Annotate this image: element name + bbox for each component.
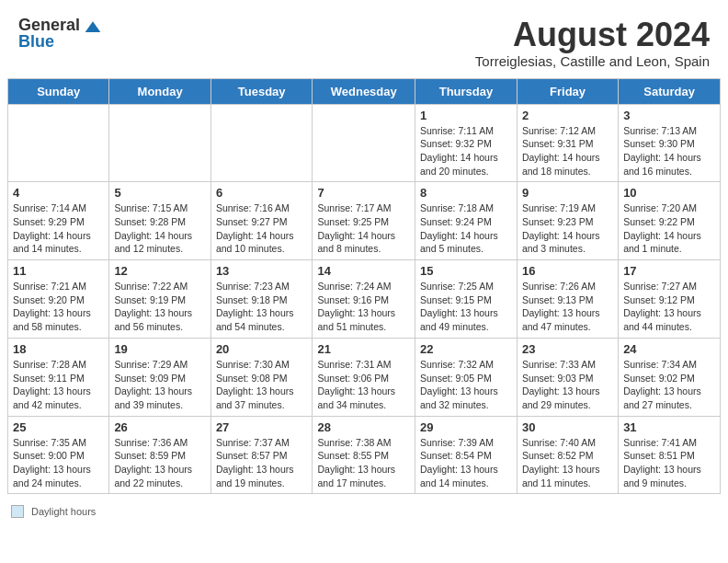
weekday-header-sunday: Sunday: [8, 78, 109, 104]
day-info: Sunrise: 7:41 AM Sunset: 8:51 PM Dayligh…: [623, 436, 715, 490]
day-info: Sunrise: 7:15 AM Sunset: 9:28 PM Dayligh…: [114, 201, 205, 256]
day-info: Sunrise: 7:32 AM Sunset: 9:05 PM Dayligh…: [420, 358, 512, 412]
day-info: Sunrise: 7:35 AM Sunset: 9:00 PM Dayligh…: [13, 436, 104, 490]
day-info: Sunrise: 7:24 AM Sunset: 9:16 PM Dayligh…: [317, 280, 410, 334]
calendar-day-cell: [8, 104, 109, 182]
day-info: Sunrise: 7:14 AM Sunset: 9:29 PM Dayligh…: [13, 201, 104, 256]
day-number: 11: [13, 264, 104, 278]
svg-marker-0: [85, 21, 101, 32]
day-info: Sunrise: 7:36 AM Sunset: 8:59 PM Dayligh…: [114, 436, 205, 490]
calendar-day-cell: 1Sunrise: 7:11 AM Sunset: 9:32 PM Daylig…: [415, 104, 518, 182]
calendar-week-4: 18Sunrise: 7:28 AM Sunset: 9:11 PM Dayli…: [8, 338, 721, 416]
logo-general-text: General: [18, 17, 80, 33]
weekday-header-friday: Friday: [517, 78, 618, 104]
day-info: Sunrise: 7:29 AM Sunset: 9:09 PM Dayligh…: [114, 358, 205, 412]
calendar-day-cell: 21Sunrise: 7:31 AM Sunset: 9:06 PM Dayli…: [313, 338, 415, 416]
day-number: 25: [13, 420, 104, 434]
day-number: 16: [522, 264, 613, 278]
day-number: 15: [420, 264, 512, 278]
day-number: 13: [216, 264, 308, 278]
day-number: 7: [317, 186, 410, 200]
weekday-header-wednesday: Wednesday: [313, 78, 415, 104]
calendar-day-cell: 28Sunrise: 7:38 AM Sunset: 8:55 PM Dayli…: [313, 416, 415, 494]
day-number: 20: [216, 342, 308, 356]
day-info: Sunrise: 7:38 AM Sunset: 8:55 PM Dayligh…: [317, 436, 410, 490]
day-number: 23: [522, 342, 613, 356]
calendar-day-cell: 19Sunrise: 7:29 AM Sunset: 9:09 PM Dayli…: [109, 338, 210, 416]
day-number: 17: [623, 264, 715, 278]
calendar-day-cell: 24Sunrise: 7:34 AM Sunset: 9:02 PM Dayli…: [619, 338, 721, 416]
weekday-header-monday: Monday: [109, 78, 210, 104]
footer-note: Daylight hours: [0, 501, 728, 523]
day-number: 21: [317, 342, 410, 356]
day-number: 12: [114, 264, 205, 278]
calendar-day-cell: 27Sunrise: 7:37 AM Sunset: 8:57 PM Dayli…: [210, 416, 313, 494]
calendar-day-cell: [313, 104, 415, 182]
day-number: 6: [216, 186, 308, 200]
day-info: Sunrise: 7:27 AM Sunset: 9:12 PM Dayligh…: [623, 280, 715, 334]
day-number: 9: [522, 186, 613, 200]
calendar-day-cell: 6Sunrise: 7:16 AM Sunset: 9:27 PM Daylig…: [210, 182, 313, 260]
calendar-day-cell: 15Sunrise: 7:25 AM Sunset: 9:15 PM Dayli…: [415, 260, 518, 339]
day-info: Sunrise: 7:25 AM Sunset: 9:15 PM Dayligh…: [420, 280, 512, 334]
calendar-day-cell: 23Sunrise: 7:33 AM Sunset: 9:03 PM Dayli…: [517, 338, 618, 416]
calendar-week-2: 4Sunrise: 7:14 AM Sunset: 9:29 PM Daylig…: [8, 182, 721, 260]
calendar-day-cell: 31Sunrise: 7:41 AM Sunset: 8:51 PM Dayli…: [619, 416, 721, 494]
day-info: Sunrise: 7:39 AM Sunset: 8:54 PM Dayligh…: [420, 436, 512, 490]
calendar-day-cell: 14Sunrise: 7:24 AM Sunset: 9:16 PM Dayli…: [313, 260, 415, 339]
day-number: 10: [623, 186, 715, 200]
day-info: Sunrise: 7:17 AM Sunset: 9:25 PM Dayligh…: [317, 201, 410, 256]
logo-icon: [84, 18, 102, 37]
day-number: 8: [420, 186, 512, 200]
day-number: 18: [13, 342, 104, 356]
day-info: Sunrise: 7:28 AM Sunset: 9:11 PM Dayligh…: [13, 358, 104, 412]
day-number: 4: [13, 186, 104, 200]
calendar-day-cell: 17Sunrise: 7:27 AM Sunset: 9:12 PM Dayli…: [619, 260, 721, 339]
day-info: Sunrise: 7:20 AM Sunset: 9:22 PM Dayligh…: [623, 201, 715, 256]
daylight-legend-box: [11, 505, 24, 518]
calendar-week-5: 25Sunrise: 7:35 AM Sunset: 9:00 PM Dayli…: [8, 416, 721, 494]
weekday-header-row: SundayMondayTuesdayWednesdayThursdayFrid…: [8, 78, 721, 104]
calendar-table: SundayMondayTuesdayWednesdayThursdayFrid…: [7, 78, 721, 495]
day-number: 26: [114, 420, 205, 434]
logo-blue-text: Blue: [18, 33, 80, 50]
day-number: 29: [420, 420, 512, 434]
day-number: 27: [216, 420, 308, 434]
day-info: Sunrise: 7:33 AM Sunset: 9:03 PM Dayligh…: [522, 358, 613, 412]
day-number: 24: [623, 342, 715, 356]
calendar-day-cell: 18Sunrise: 7:28 AM Sunset: 9:11 PM Dayli…: [8, 338, 109, 416]
calendar-body: 1Sunrise: 7:11 AM Sunset: 9:32 PM Daylig…: [8, 104, 721, 494]
day-info: Sunrise: 7:16 AM Sunset: 9:27 PM Dayligh…: [216, 201, 308, 256]
calendar-header: SundayMondayTuesdayWednesdayThursdayFrid…: [8, 78, 721, 104]
calendar-wrapper: SundayMondayTuesdayWednesdayThursdayFrid…: [0, 78, 728, 502]
day-info: Sunrise: 7:21 AM Sunset: 9:20 PM Dayligh…: [13, 280, 104, 334]
month-year-title: August 2024: [475, 17, 710, 53]
day-info: Sunrise: 7:11 AM Sunset: 9:32 PM Dayligh…: [420, 124, 512, 178]
day-info: Sunrise: 7:26 AM Sunset: 9:13 PM Dayligh…: [522, 280, 613, 334]
day-number: 19: [114, 342, 205, 356]
day-info: Sunrise: 7:19 AM Sunset: 9:23 PM Dayligh…: [522, 201, 613, 256]
day-info: Sunrise: 7:40 AM Sunset: 8:52 PM Dayligh…: [522, 436, 613, 490]
calendar-day-cell: 26Sunrise: 7:36 AM Sunset: 8:59 PM Dayli…: [109, 416, 210, 494]
day-info: Sunrise: 7:12 AM Sunset: 9:31 PM Dayligh…: [522, 124, 613, 178]
calendar-day-cell: 20Sunrise: 7:30 AM Sunset: 9:08 PM Dayli…: [210, 338, 313, 416]
calendar-day-cell: 16Sunrise: 7:26 AM Sunset: 9:13 PM Dayli…: [517, 260, 618, 339]
calendar-day-cell: 2Sunrise: 7:12 AM Sunset: 9:31 PM Daylig…: [517, 104, 618, 182]
day-number: 28: [317, 420, 410, 434]
calendar-day-cell: 9Sunrise: 7:19 AM Sunset: 9:23 PM Daylig…: [517, 182, 618, 260]
daylight-label: Daylight hours: [31, 506, 96, 517]
day-info: Sunrise: 7:13 AM Sunset: 9:30 PM Dayligh…: [623, 124, 715, 178]
calendar-day-cell: 7Sunrise: 7:17 AM Sunset: 9:25 PM Daylig…: [313, 182, 415, 260]
weekday-header-saturday: Saturday: [619, 78, 721, 104]
day-number: 2: [522, 109, 613, 122]
calendar-day-cell: 10Sunrise: 7:20 AM Sunset: 9:22 PM Dayli…: [619, 182, 721, 260]
weekday-header-tuesday: Tuesday: [210, 78, 313, 104]
calendar-day-cell: 22Sunrise: 7:32 AM Sunset: 9:05 PM Dayli…: [415, 338, 518, 416]
calendar-day-cell: [210, 104, 313, 182]
calendar-day-cell: 13Sunrise: 7:23 AM Sunset: 9:18 PM Dayli…: [210, 260, 313, 339]
weekday-header-thursday: Thursday: [415, 78, 518, 104]
calendar-day-cell: 3Sunrise: 7:13 AM Sunset: 9:30 PM Daylig…: [619, 104, 721, 182]
calendar-day-cell: 8Sunrise: 7:18 AM Sunset: 9:24 PM Daylig…: [415, 182, 518, 260]
day-number: 3: [623, 109, 715, 122]
day-number: 14: [317, 264, 410, 278]
